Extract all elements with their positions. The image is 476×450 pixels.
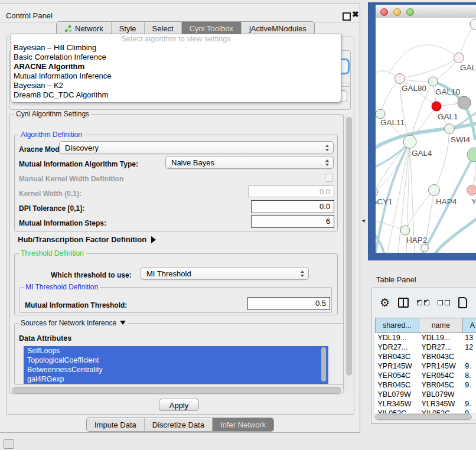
algorithm-option[interactable]: Basic Correlation Inference: [11, 53, 341, 62]
tab-label: Style: [119, 24, 136, 33]
tab-infer-network[interactable]: Infer Network: [213, 418, 273, 431]
column-header[interactable]: name: [419, 318, 462, 333]
tab-style[interactable]: Style: [112, 22, 145, 35]
float-window-icon[interactable]: [343, 12, 351, 21]
collapsed-panel-icon[interactable]: [4, 439, 14, 449]
algorithm-option[interactable]: Bayesian – Hill Climbing: [11, 43, 341, 53]
which-threshold-label: Which threshold to use:: [51, 271, 132, 279]
table-row[interactable]: YBR045CYBR045C9.: [376, 380, 476, 390]
mi-type-combo[interactable]: Naive Bayes: [165, 156, 334, 169]
tab-label: jActiveMNodules: [249, 24, 307, 33]
attribute-item[interactable]: TopologicalCoefficient: [24, 356, 328, 365]
table-row[interactable]: YER054CYER054C8.: [376, 371, 476, 380]
network-node-topedge[interactable]: [470, 19, 476, 30]
network-node-gal[interactable]: [454, 53, 464, 63]
columns-icon[interactable]: [398, 298, 409, 308]
tab-impute-data[interactable]: Impute Data: [87, 418, 145, 431]
table-cell: 8.: [462, 371, 476, 380]
network-node-hap4[interactable]: [429, 185, 440, 196]
network-edge[interactable]: [434, 129, 449, 190]
network-edge[interactable]: [405, 190, 434, 230]
algorithm-dropdown-popup: Select algorithm to view settings Bayesi…: [11, 34, 341, 103]
mi-type-value: Naive Bayes: [166, 158, 214, 167]
threshold-definition-title: Threshold Definition: [19, 249, 86, 257]
network-node-gal1[interactable]: [432, 102, 441, 111]
dpi-tolerance-field[interactable]: 0.0: [251, 200, 334, 213]
network-node-swi4[interactable]: [445, 124, 455, 134]
table-cell: YPR145W: [419, 361, 462, 371]
network-node-hap2[interactable]: [400, 226, 410, 235]
network-window-titlebar[interactable]: [376, 5, 476, 18]
network-node-gal11[interactable]: [376, 109, 385, 119]
column-header[interactable]: A: [462, 318, 476, 333]
kernel-width-field[interactable]: 0.0: [248, 185, 334, 197]
which-threshold-combo[interactable]: MI Threshold: [141, 267, 309, 280]
hub-definition-expander[interactable]: Hub/Transcription Factor Definition: [18, 235, 156, 244]
table-cell: YPR145W: [376, 361, 419, 371]
network-canvas[interactable]: GALGAL80GAL10GAL1GAL11SWI4GAL4GCY1HAP4YH…: [376, 18, 476, 253]
mi-threshold-group-title: MI Threshold Definition: [24, 283, 100, 291]
close-window-icon[interactable]: [380, 8, 388, 16]
tab-label: Discretize Data: [152, 420, 204, 429]
table-cell: YLR345W: [376, 399, 419, 409]
attribute-item[interactable]: gal4RGexp: [24, 374, 328, 384]
manual-kernel-label: Manual Kernel Width Definition: [19, 175, 123, 183]
tab-network[interactable]: Network: [57, 22, 112, 35]
sources-group-title: Sources for Network Inference: [19, 319, 128, 327]
apply-button[interactable]: Apply: [159, 399, 199, 411]
kernel-width-label: Kernel Width (0,1):: [19, 190, 81, 198]
tab-select[interactable]: Select: [145, 22, 182, 35]
node-label: Y: [471, 197, 476, 206]
select-all-columns-icon[interactable]: [417, 300, 429, 305]
network-node-botnode[interactable]: [421, 244, 429, 252]
node-label: HAP2: [406, 236, 427, 244]
table-row[interactable]: YLR345WYLR345W9.: [376, 399, 476, 409]
attribute-item[interactable]: SelfLoops: [24, 346, 328, 356]
mi-threshold-field[interactable]: 0.5: [247, 297, 330, 310]
column-header[interactable]: shared...: [376, 318, 419, 333]
cyni-bottom-tabs: Impute DataDiscretize DataInfer Network: [86, 418, 274, 432]
tab-discretize-data[interactable]: Discretize Data: [145, 418, 213, 431]
tab-jactivemnodules[interactable]: jActiveMNodules: [242, 22, 314, 35]
table-row[interactable]: YBL079WYBL079W: [376, 390, 476, 399]
network-node-grayn[interactable]: [458, 96, 471, 109]
tab-cyni-toolbox[interactable]: Cyni Toolbox: [182, 22, 242, 35]
table-row[interactable]: YDR27...YDR27...12: [376, 343, 476, 352]
table-cell: YBR045C: [376, 380, 419, 390]
network-node-y[interactable]: [467, 185, 476, 195]
table-row[interactable]: YBR043CYBR043C: [376, 352, 476, 361]
algorithm-option[interactable]: Dream8 DC_TDC Algorithm: [11, 90, 341, 100]
algorithm-option[interactable]: Mutual Information Inference: [11, 71, 341, 81]
deselect-all-columns-icon[interactable]: [438, 300, 450, 305]
table-cell: YBL079W: [419, 390, 462, 399]
table-row[interactable]: YPR145WYPR145W9.: [376, 361, 476, 371]
data-attributes-list[interactable]: SelfLoopsTopologicalCoefficientBetweenne…: [24, 346, 328, 384]
attribute-item[interactable]: BetweennessCentrality: [24, 365, 328, 374]
settings-hscrollbar-thumb[interactable]: [12, 387, 341, 394]
attributes-scrollbar-thumb[interactable]: [321, 347, 326, 381]
tab-label: Select: [152, 24, 174, 33]
collapse-arrow-icon[interactable]: [120, 321, 126, 325]
algorithm-option[interactable]: Bayesian – K2: [11, 81, 341, 90]
minimize-window-icon[interactable]: [393, 8, 401, 16]
table-cell: [462, 390, 476, 399]
manual-kernel-checkbox[interactable]: [325, 174, 333, 182]
cyni-algorithm-settings-title: Cyni Algorithm Settings: [14, 110, 91, 118]
node-table[interactable]: shared...nameAYDL19...YDL19...13YDR27...…: [375, 318, 476, 418]
network-node-biggreen[interactable]: [467, 148, 476, 162]
network-edge[interactable]: [380, 79, 400, 114]
network-node-gal80[interactable]: [395, 74, 405, 84]
table-cell: YDR27...: [376, 343, 419, 352]
network-node-gal4[interactable]: [403, 135, 416, 148]
table-row[interactable]: YDL19...YDL19...13: [376, 333, 476, 343]
zoom-window-icon[interactable]: [406, 8, 414, 16]
table-hscrollbar-thumb[interactable]: [375, 414, 472, 420]
aracne-mode-combo[interactable]: Discovery: [59, 141, 334, 154]
network-node-gal10[interactable]: [428, 77, 438, 86]
algorithm-option[interactable]: ARACNE Algorithm: [11, 62, 341, 71]
mi-steps-field[interactable]: 6: [251, 215, 334, 228]
close-panel-icon[interactable]: ✖: [352, 9, 359, 19]
new-table-icon[interactable]: [458, 297, 467, 308]
gear-icon[interactable]: ⚙: [380, 297, 390, 308]
settings-scrollbar-thumb[interactable]: [346, 117, 352, 376]
